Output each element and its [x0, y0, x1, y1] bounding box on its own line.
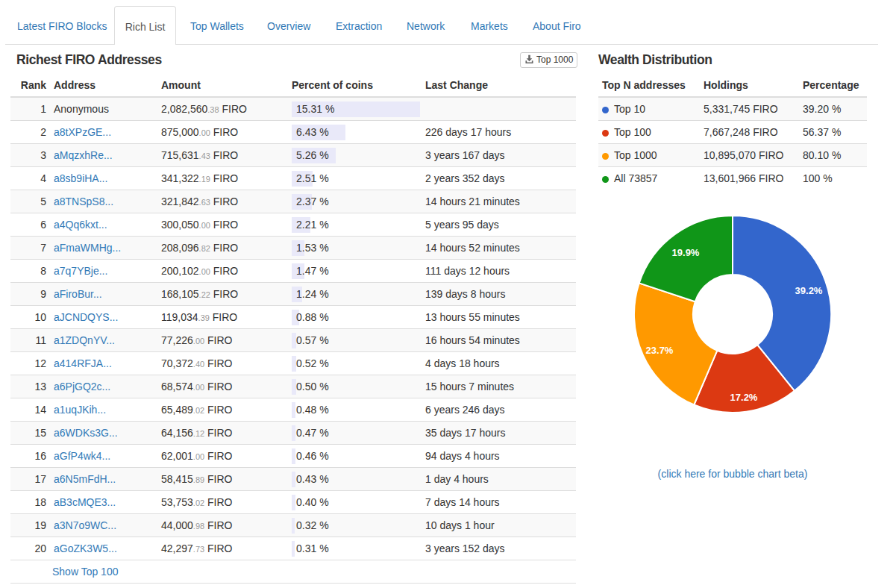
svg-text:23.7%: 23.7% [646, 345, 674, 356]
svg-text:19.9%: 19.9% [672, 247, 700, 258]
svg-text:17.2%: 17.2% [730, 392, 758, 403]
svg-text:39.2%: 39.2% [795, 285, 823, 296]
